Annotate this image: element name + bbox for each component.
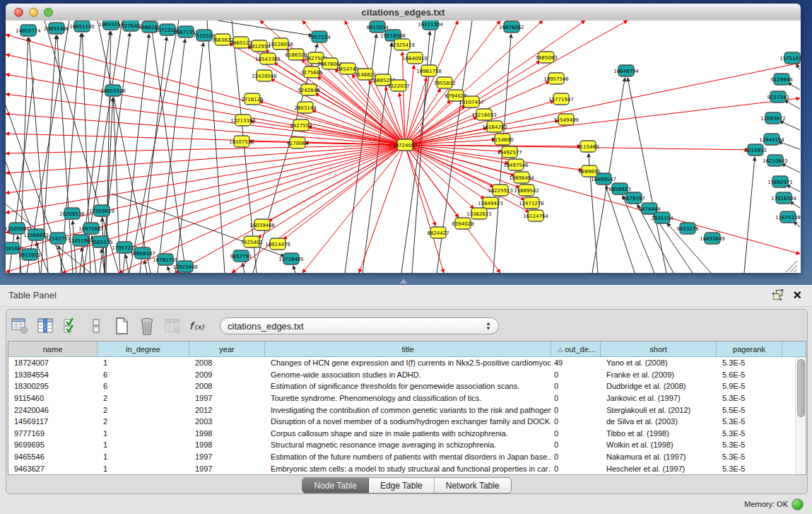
graph-node-8824427[interactable]: 8824427 (427, 227, 449, 238)
graph-node-8215953[interactable]: 8215953 (744, 144, 766, 156)
graph-node-10896494[interactable]: 10896494 (509, 172, 534, 183)
edge[interactable] (140, 37, 167, 273)
edge[interactable] (6, 145, 405, 213)
graph-node-15716485[interactable]: 15716485 (278, 253, 304, 264)
float-window-icon[interactable] (772, 289, 784, 300)
new-table-icon[interactable] (112, 316, 131, 336)
graph-node-15849423[interactable]: 15849423 (478, 197, 503, 209)
graph-node-17016504[interactable]: 17016504 (771, 192, 796, 204)
graph-node-11549409[interactable]: 11549409 (553, 114, 579, 125)
table-row[interactable]: 1830029562008Estimation of significance … (8, 380, 806, 392)
graph-node-16648794[interactable]: 16648794 (613, 65, 639, 76)
table-row[interactable]: 977716911998Corpus callosum shape and si… (8, 428, 806, 440)
edge[interactable] (6, 35, 405, 145)
select-all-columns-icon[interactable] (61, 316, 80, 336)
table-row[interactable]: 1872400712008Changes of HCN gene express… (8, 357, 806, 369)
graph-node-16493649[interactable]: 16493649 (700, 233, 725, 244)
edge[interactable] (405, 145, 485, 199)
delete-column-icon[interactable] (163, 316, 182, 336)
graph-node-24055724[interactable]: 24055724 (16, 25, 41, 36)
graph-node-7955812[interactable]: 7955812 (433, 77, 455, 88)
edge[interactable] (782, 163, 800, 173)
edge[interactable] (6, 74, 405, 145)
edge[interactable] (784, 100, 800, 109)
graph-node-6479197[interactable]: 6479197 (623, 192, 645, 204)
graph-node-2803144[interactable]: 2803144 (294, 102, 317, 113)
graph-node-2935154[interactable]: 2935154 (651, 212, 673, 223)
tab-edge-table[interactable]: Edge Table (369, 478, 435, 493)
graph-node-18651140[interactable]: 18651140 (69, 21, 95, 32)
edge[interactable] (778, 141, 800, 149)
edge[interactable] (788, 83, 800, 90)
graph-node-9699695[interactable]: 9699695 (578, 165, 600, 177)
network-canvas[interactable]: 1872400724055724206914061865114010653257… (6, 21, 801, 273)
edge[interactable] (6, 94, 405, 145)
edge[interactable] (744, 157, 755, 273)
resize-grip-icon[interactable] (794, 269, 797, 272)
edge[interactable] (175, 42, 204, 273)
graph-node-15771947[interactable]: 15771947 (548, 93, 574, 105)
graph-node-26876062[interactable]: 26876062 (499, 21, 524, 33)
graph-node-9657791[interactable]: 9657791 (230, 250, 252, 262)
graph-node-16111304[interactable]: 16111304 (418, 21, 443, 30)
graph-node-17359919[interactable]: 17359919 (89, 205, 114, 216)
graph-node-3915911[interactable]: 3915911 (18, 249, 40, 260)
close-panel-icon[interactable]: ✕ (793, 288, 802, 302)
table-row[interactable]: 969969511998Structural magnetic resonanc… (8, 439, 806, 451)
graph-node-18107553[interactable]: 18107553 (229, 136, 254, 147)
graph-node-4170064[interactable]: 4170064 (286, 137, 309, 148)
graph-node-22420046[interactable]: 22420046 (252, 70, 277, 81)
zoom-window-icon[interactable] (44, 8, 53, 17)
edge[interactable] (405, 145, 444, 273)
delete-table-icon[interactable] (138, 316, 156, 336)
graph-node-18497546[interactable]: 18497546 (503, 159, 529, 170)
graph-node-9227343[interactable]: 9227343 (767, 91, 789, 103)
edge[interactable] (98, 21, 151, 273)
graph-node-16164283[interactable]: 16164283 (482, 121, 507, 132)
edge[interactable] (6, 134, 405, 145)
graph-node-16124764[interactable]: 16124764 (523, 210, 548, 221)
column-header-short[interactable]: short (601, 341, 717, 356)
graph-node-20206536[interactable]: 20206536 (59, 208, 85, 219)
graph-node-8186328[interactable]: 8186328 (285, 49, 307, 60)
graph-node-16914479[interactable]: 16914479 (265, 238, 290, 250)
edge[interactable] (628, 78, 666, 273)
table-row[interactable]: 911546021997Tourette syndrome. Phenomeno… (8, 392, 806, 404)
graph-node-6394028[interactable]: 6394028 (452, 218, 473, 229)
edge[interactable] (405, 145, 459, 218)
resize-grip-icon[interactable] (790, 265, 797, 272)
edge[interactable] (207, 21, 225, 273)
network-window-titlebar[interactable]: citations_edges.txt (6, 4, 801, 21)
graph-node-9453276[interactable]: 9453276 (676, 223, 699, 234)
graph-node-16640910[interactable]: 16640910 (402, 52, 428, 64)
tab-network-table[interactable]: Network Table (435, 478, 511, 493)
graph-node-9322037[interactable]: 9322037 (387, 80, 409, 91)
graph-node-11675339[interactable]: 11675339 (775, 211, 801, 223)
graph-node-9115460[interactable]: 9115460 (577, 141, 599, 152)
edge[interactable] (293, 266, 295, 273)
graph-node-16039468[interactable]: 16039468 (249, 219, 275, 230)
minimize-window-icon[interactable] (29, 8, 38, 17)
edge[interactable] (787, 185, 800, 192)
graph-node-16975887[interactable]: 16975887 (78, 223, 104, 234)
table-row[interactable]: 2242004622012Investigating the contribut… (8, 404, 806, 416)
column-header-year[interactable]: year (189, 341, 265, 356)
citation-network-graph[interactable]: 1872400724055724206914061865114010653257… (6, 21, 801, 273)
graph-node-7425402[interactable]: 7425402 (240, 236, 262, 247)
edge[interactable] (73, 221, 76, 273)
graph-node-15751074[interactable]: 15751074 (779, 52, 801, 64)
close-window-icon[interactable] (14, 8, 23, 17)
edge[interactable] (167, 267, 170, 273)
graph-node-16543362[interactable]: 16543362 (255, 53, 281, 64)
edge[interactable] (144, 260, 147, 273)
function-builder-icon[interactable]: f (x) (189, 316, 207, 336)
edge[interactable] (6, 114, 405, 145)
edge[interactable] (359, 145, 405, 273)
graph-node-15492577[interactable]: 15492577 (497, 146, 522, 158)
table-scrollbar-thumb[interactable] (797, 359, 805, 417)
graph-node-9242848[interactable]: 9242848 (298, 84, 319, 95)
graph-node-13216033[interactable]: 13216033 (471, 109, 497, 120)
graph-node-3175685[interactable]: 3175685 (300, 66, 322, 78)
graph-node-15692971[interactable]: 15692971 (767, 176, 793, 187)
panel-splitter-handle[interactable] (400, 279, 407, 284)
